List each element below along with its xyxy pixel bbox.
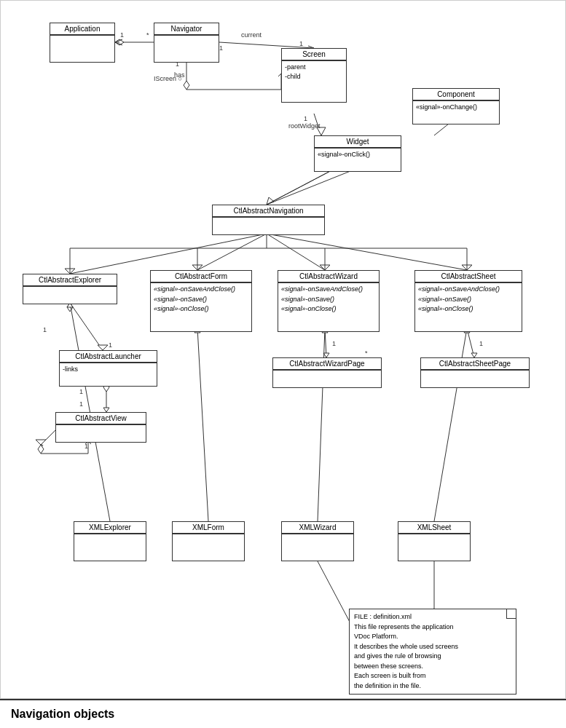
xml-explorer-attrs (74, 534, 146, 548)
ctl-abstract-view-box: CtlAbstractView (55, 412, 146, 443)
svg-line-75 (267, 168, 358, 205)
svg-text:1: 1 (120, 31, 124, 39)
svg-marker-25 (65, 269, 75, 274)
application-attrs (50, 35, 114, 50)
screen-attr-child: -child (285, 72, 343, 82)
svg-marker-53 (36, 440, 46, 445)
svg-text:1: 1 (79, 400, 83, 408)
svg-marker-54 (38, 445, 44, 454)
svg-line-5 (219, 42, 314, 48)
footer-title: Navigation objects (11, 708, 114, 721)
svg-text:*: * (146, 31, 149, 39)
xml-form-box: XMLForm (172, 521, 245, 561)
ctl-abstract-sheet-title: CtlAbstractSheet (415, 271, 522, 282)
xml-sheet-attrs (398, 534, 470, 548)
note-text: FILE : definition.xml This file represen… (354, 612, 504, 691)
svg-line-22 (267, 168, 336, 205)
svg-text:1: 1 (299, 40, 303, 47)
xml-wizard-attrs (282, 534, 353, 548)
ctl-abstract-sheet-page-attrs (421, 370, 529, 379)
ctl-abstract-wizard-page-title: CtlAbstractWizardPage (273, 358, 381, 370)
xml-explorer-title: XMLExplorer (74, 522, 146, 534)
component-box: Component «signal»-onChange() (412, 88, 500, 124)
ctl-abstract-form-title: CtlAbstractForm (151, 271, 251, 282)
svg-marker-17 (317, 127, 326, 135)
ctl-abstract-launcher-box: CtlAbstractLauncher -links (59, 350, 157, 387)
diagram-area: 1 * current 1 1 IScreen ○ has 1 rootWidg… (0, 0, 566, 699)
ctl-abstract-form-attrs: «signal»-onSaveAndClose() «signal»-onSav… (151, 282, 251, 316)
svg-line-24 (70, 234, 267, 274)
navigator-box: Navigator (154, 23, 219, 63)
svg-text:1: 1 (109, 341, 112, 349)
screen-box: Screen -parent -child (281, 48, 347, 103)
xml-explorer-box: XMLExplorer (74, 521, 146, 561)
ctl-abstract-navigation-title: CtlAbstractNavigation (213, 205, 324, 217)
svg-line-74 (318, 561, 350, 623)
widget-title: Widget (315, 136, 401, 148)
svg-text:current: current (241, 31, 262, 39)
ctl-abstract-form-box: CtlAbstractForm «signal»-onSaveAndClose(… (150, 270, 252, 332)
screen-attr-parent: -parent (285, 63, 343, 72)
ctl-abstract-launcher-attrs: -links (60, 363, 157, 376)
svg-marker-23 (267, 197, 274, 205)
svg-text:1: 1 (43, 326, 47, 333)
svg-marker-31 (462, 265, 472, 270)
ctl-abstract-wizard-page-box: CtlAbstractWizardPage (272, 357, 382, 388)
ctl-abstract-explorer-title: CtlAbstractExplorer (23, 274, 117, 286)
xml-form-attrs (173, 534, 244, 548)
ctl-abstract-navigation-attrs (213, 217, 324, 226)
ctl-abstract-wizard-attrs: «signal»-onSaveAndClose() «signal»-onSav… (278, 282, 379, 316)
svg-text:*: * (365, 349, 368, 357)
svg-text:has: has (174, 71, 185, 79)
xml-wizard-title: XMLWizard (282, 522, 353, 534)
svg-text:1: 1 (332, 340, 336, 347)
ctl-abstract-wizard-title: CtlAbstractWizard (278, 271, 379, 282)
ctl-abstract-sheet-page-title: CtlAbstractSheetPage (421, 358, 529, 370)
svg-marker-10 (184, 81, 189, 90)
svg-marker-41 (98, 345, 108, 350)
navigator-attrs (154, 35, 219, 50)
ctl-abstract-explorer-attrs (23, 286, 117, 295)
ctl-abstract-explorer-box: CtlAbstractExplorer (23, 274, 117, 304)
application-title: Application (50, 23, 114, 35)
ctl-abstract-navigation-box: CtlAbstractNavigation (212, 205, 325, 235)
svg-line-40 (70, 303, 103, 350)
footer: Navigation objects (0, 699, 566, 728)
svg-marker-27 (192, 265, 203, 270)
svg-line-61 (467, 328, 474, 357)
widget-box: Widget «signal»-onClick() (314, 135, 401, 172)
svg-marker-1 (115, 39, 124, 45)
screen-title: Screen (282, 49, 346, 60)
svg-text:1: 1 (479, 340, 483, 347)
screen-attrs: -parent -child (282, 60, 346, 82)
ctl-abstract-sheet-box: CtlAbstractSheet «signal»-onSaveAndClose… (414, 270, 522, 332)
svg-line-16 (314, 114, 321, 135)
xml-sheet-title: XMLSheet (398, 522, 470, 534)
xml-form-title: XMLForm (173, 522, 244, 534)
svg-text:1: 1 (219, 44, 223, 52)
ctl-abstract-sheet-attrs: «signal»-onSaveAndClose() «signal»-onSav… (415, 282, 522, 316)
navigator-title: Navigator (154, 23, 219, 35)
xml-wizard-box: XMLWizard (281, 521, 354, 561)
svg-text:1: 1 (304, 115, 307, 122)
ctl-abstract-launcher-title: CtlAbstractLauncher (60, 351, 157, 363)
svg-line-38 (267, 168, 336, 205)
svg-text:*: * (41, 443, 44, 450)
svg-line-57 (325, 328, 326, 357)
svg-marker-29 (320, 265, 330, 270)
xml-sheet-box: XMLSheet (398, 521, 471, 561)
ctl-abstract-view-title: CtlAbstractView (56, 413, 146, 424)
note-box: FILE : definition.xml This file represen… (349, 609, 516, 695)
svg-text:IScreen ○: IScreen ○ (154, 75, 182, 82)
svg-text:rootWidget: rootWidget (288, 122, 321, 130)
svg-line-66 (197, 328, 208, 521)
application-box: Application (50, 23, 115, 63)
svg-line-30 (267, 234, 467, 270)
svg-text:1: 1 (79, 388, 83, 395)
ctl-abstract-sheet-page-box: CtlAbstractSheetPage (420, 357, 530, 388)
ctl-abstract-wizard-page-attrs (273, 370, 381, 379)
svg-line-28 (267, 234, 325, 270)
component-title: Component (413, 89, 499, 100)
ctl-abstract-wizard-box: CtlAbstractWizard «signal»-onSaveAndClos… (278, 270, 380, 332)
component-attrs: «signal»-onChange() (413, 100, 499, 114)
